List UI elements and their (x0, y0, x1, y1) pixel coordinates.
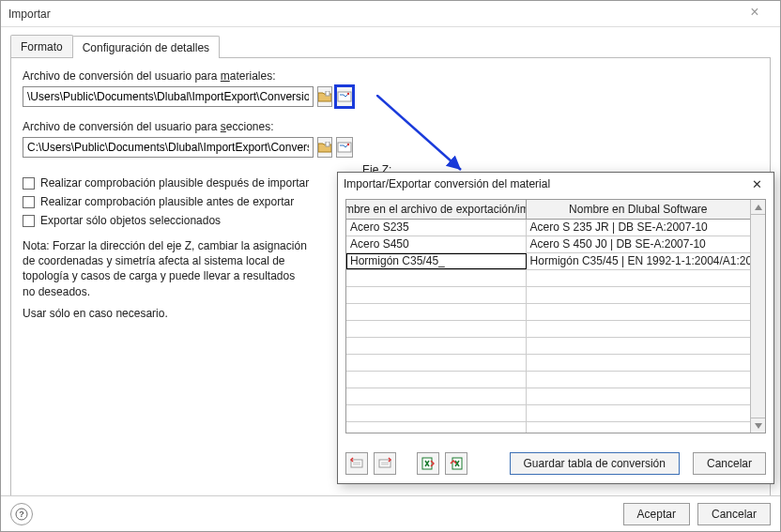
row-add-button[interactable] (345, 452, 368, 475)
scroll-up-icon[interactable] (751, 200, 765, 215)
left-column: Archivo de conversión del usuario para m… (23, 69, 351, 484)
material-conversion-dialog: Importar/Exportar conversión del materia… (337, 172, 774, 484)
materials-edit-button[interactable] (336, 86, 353, 107)
scroll-down-icon[interactable] (751, 418, 765, 433)
tab-configuracion[interactable]: Configuración de detalles (72, 36, 220, 58)
checkbox-after-import-label: Realizar comprobación plausible después … (40, 176, 309, 190)
sections-path-input[interactable] (23, 137, 314, 158)
save-conversion-button[interactable]: Guardar tabla de conversión (510, 452, 680, 475)
ok-button[interactable]: Aceptar (623, 503, 690, 525)
svg-text:?: ? (19, 509, 24, 519)
sections-browse-button[interactable] (317, 137, 332, 158)
svg-point-2 (347, 93, 349, 95)
grid-scrollbar[interactable] (750, 200, 765, 433)
tabs: Formato Configuración de detalles (10, 35, 771, 58)
import-window: Importar × Formato Configuración de deta… (0, 0, 781, 532)
window-title: Importar (8, 8, 737, 21)
checkbox-after-import[interactable] (23, 177, 35, 190)
table-row: Acero S450 Acero S 450 J0 | DB SE-A:2007… (346, 236, 750, 253)
window-footer: ? Aceptar Cancelar (1, 495, 780, 531)
titlebar: Importar × (1, 1, 780, 27)
subdialog-close-icon[interactable]: ✕ (745, 177, 768, 191)
table-row: Acero S235 Acero S 235 JR | DB SE-A:2007… (346, 220, 750, 236)
svg-rect-3 (326, 142, 329, 146)
subdialog-footer: Guardar tabla de conversión Cancelar (338, 444, 773, 483)
note-use-only: Usar sólo en caso necesario. (23, 307, 351, 320)
svg-rect-0 (326, 91, 329, 96)
excel-export-button[interactable] (417, 452, 439, 475)
close-icon[interactable]: × (737, 1, 773, 27)
grid-header-export-name: Nombre en el archivo de exportación/impo (346, 200, 527, 219)
checkbox-only-selected-label: Exportar sólo objetos seleccionados (40, 214, 221, 227)
table-row: Hormigón C35/45_ Hormigón C35/45 | EN 19… (346, 253, 750, 270)
checkbox-before-export[interactable] (23, 196, 35, 208)
excel-import-button[interactable] (445, 452, 467, 475)
note-text: Nota: Forzar la dirección del eje Z, cam… (23, 238, 351, 299)
grid-header-dlubal-name: Nombre en Dlubal Software (527, 200, 750, 219)
sections-label: Archivo de conversión del usuario para s… (23, 120, 351, 133)
subdialog-titlebar: Importar/Exportar conversión del materia… (338, 173, 773, 195)
checkbox-before-export-label: Realizar comprobación plausible antes de… (40, 195, 294, 208)
tab-formato[interactable]: Formato (10, 35, 73, 57)
checkbox-only-selected[interactable] (23, 215, 35, 227)
conversion-grid[interactable]: Nombre en el archivo de exportación/impo… (345, 199, 766, 433)
materials-path-input[interactable] (23, 86, 314, 107)
help-button[interactable]: ? (10, 503, 33, 525)
cancel-button[interactable]: Cancelar (697, 503, 771, 525)
sections-edit-button[interactable] (336, 137, 353, 158)
subdialog-title: Importar/Exportar conversión del materia… (344, 177, 745, 190)
materials-browse-button[interactable] (317, 86, 332, 107)
materials-label: Archivo de conversión del usuario para m… (23, 69, 351, 83)
svg-point-5 (347, 144, 349, 145)
dialog-cancel-button[interactable]: Cancelar (693, 452, 766, 475)
row-delete-button[interactable] (374, 452, 396, 475)
